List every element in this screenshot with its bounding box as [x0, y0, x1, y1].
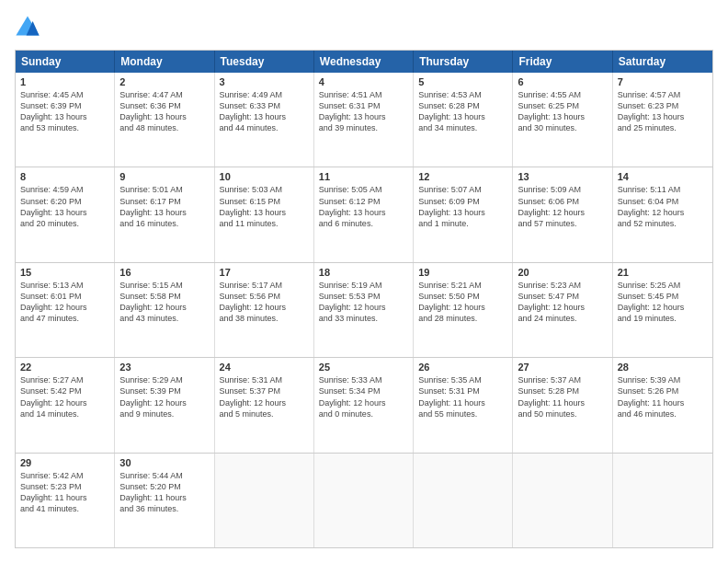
cal-cell: 18Sunrise: 5:19 AM Sunset: 5:53 PM Dayli…: [314, 263, 414, 357]
day-info: Sunrise: 5:35 AM Sunset: 5:31 PM Dayligh…: [418, 374, 507, 419]
header-day-sunday: Sunday: [16, 51, 115, 73]
day-info: Sunrise: 5:11 AM Sunset: 6:04 PM Dayligh…: [618, 184, 708, 229]
cal-cell: 25Sunrise: 5:33 AM Sunset: 5:34 PM Dayli…: [314, 358, 414, 452]
cal-week-2: 15Sunrise: 5:13 AM Sunset: 6:01 PM Dayli…: [16, 263, 712, 358]
cal-cell: 5Sunrise: 4:53 AM Sunset: 6:28 PM Daylig…: [414, 73, 513, 167]
cal-cell: 20Sunrise: 5:23 AM Sunset: 5:47 PM Dayli…: [513, 263, 612, 357]
day-number: 13: [518, 171, 607, 182]
cal-cell: 7Sunrise: 4:57 AM Sunset: 6:23 PM Daylig…: [613, 73, 712, 167]
cal-cell: [215, 454, 314, 547]
day-number: 28: [618, 362, 708, 373]
cal-week-0: 1Sunrise: 4:45 AM Sunset: 6:39 PM Daylig…: [16, 73, 712, 167]
header-day-tuesday: Tuesday: [215, 51, 314, 73]
day-info: Sunrise: 5:29 AM Sunset: 5:39 PM Dayligh…: [119, 374, 209, 419]
cal-cell: 8Sunrise: 4:59 AM Sunset: 6:20 PM Daylig…: [16, 167, 115, 261]
day-info: Sunrise: 5:44 AM Sunset: 5:20 PM Dayligh…: [119, 470, 209, 515]
cal-cell: 10Sunrise: 5:03 AM Sunset: 6:15 PM Dayli…: [215, 167, 314, 261]
day-number: 7: [618, 76, 708, 87]
day-info: Sunrise: 5:23 AM Sunset: 5:47 PM Dayligh…: [518, 280, 607, 325]
day-info: Sunrise: 5:39 AM Sunset: 5:26 PM Dayligh…: [618, 374, 708, 419]
cal-cell: 29Sunrise: 5:42 AM Sunset: 5:23 PM Dayli…: [16, 454, 115, 547]
day-info: Sunrise: 5:21 AM Sunset: 5:50 PM Dayligh…: [418, 280, 507, 325]
day-info: Sunrise: 5:17 AM Sunset: 5:56 PM Dayligh…: [220, 280, 309, 325]
day-number: 3: [220, 76, 309, 87]
header-day-wednesday: Wednesday: [314, 51, 414, 73]
day-number: 26: [418, 362, 507, 373]
day-number: 29: [20, 457, 109, 468]
day-number: 5: [418, 76, 507, 87]
cal-cell: 23Sunrise: 5:29 AM Sunset: 5:39 PM Dayli…: [115, 358, 214, 452]
cal-cell: 30Sunrise: 5:44 AM Sunset: 5:20 PM Dayli…: [115, 454, 214, 547]
day-info: Sunrise: 4:47 AM Sunset: 6:36 PM Dayligh…: [119, 89, 209, 134]
day-number: 20: [518, 267, 607, 278]
day-number: 1: [20, 76, 109, 87]
day-info: Sunrise: 5:19 AM Sunset: 5:53 PM Dayligh…: [319, 280, 408, 325]
cal-cell: 9Sunrise: 5:01 AM Sunset: 6:17 PM Daylig…: [115, 167, 214, 261]
cal-cell: 28Sunrise: 5:39 AM Sunset: 5:26 PM Dayli…: [613, 358, 712, 452]
day-info: Sunrise: 5:01 AM Sunset: 6:17 PM Dayligh…: [119, 184, 209, 229]
day-number: 23: [119, 362, 209, 373]
day-number: 16: [119, 267, 209, 278]
day-number: 9: [119, 171, 209, 182]
day-info: Sunrise: 5:31 AM Sunset: 5:37 PM Dayligh…: [220, 374, 309, 419]
calendar-header: SundayMondayTuesdayWednesdayThursdayFrid…: [16, 51, 712, 73]
day-info: Sunrise: 4:55 AM Sunset: 6:25 PM Dayligh…: [518, 89, 607, 134]
day-number: 24: [220, 362, 309, 373]
day-info: Sunrise: 5:15 AM Sunset: 5:58 PM Dayligh…: [119, 280, 209, 325]
cal-cell: 19Sunrise: 5:21 AM Sunset: 5:50 PM Dayli…: [414, 263, 513, 357]
day-info: Sunrise: 4:53 AM Sunset: 6:28 PM Dayligh…: [418, 89, 507, 134]
cal-cell: 12Sunrise: 5:07 AM Sunset: 6:09 PM Dayli…: [414, 167, 513, 261]
logo-icon: [15, 15, 40, 40]
page: SundayMondayTuesdayWednesdayThursdayFrid…: [0, 0, 728, 563]
cal-cell: 2Sunrise: 4:47 AM Sunset: 6:36 PM Daylig…: [115, 73, 214, 167]
day-number: 25: [319, 362, 408, 373]
day-info: Sunrise: 4:51 AM Sunset: 6:31 PM Dayligh…: [319, 89, 408, 134]
day-number: 11: [319, 171, 408, 182]
cal-cell: 17Sunrise: 5:17 AM Sunset: 5:56 PM Dayli…: [215, 263, 314, 357]
day-info: Sunrise: 4:45 AM Sunset: 6:39 PM Dayligh…: [20, 89, 109, 134]
day-number: 15: [20, 267, 109, 278]
header-day-thursday: Thursday: [414, 51, 513, 73]
cal-cell: 14Sunrise: 5:11 AM Sunset: 6:04 PM Dayli…: [613, 167, 712, 261]
cal-cell: 1Sunrise: 4:45 AM Sunset: 6:39 PM Daylig…: [16, 73, 115, 167]
header-day-monday: Monday: [115, 51, 214, 73]
day-info: Sunrise: 4:49 AM Sunset: 6:33 PM Dayligh…: [220, 89, 309, 134]
day-info: Sunrise: 4:57 AM Sunset: 6:23 PM Dayligh…: [618, 89, 708, 134]
day-number: 18: [319, 267, 408, 278]
cal-cell: 22Sunrise: 5:27 AM Sunset: 5:42 PM Dayli…: [16, 358, 115, 452]
day-info: Sunrise: 5:09 AM Sunset: 6:06 PM Dayligh…: [518, 184, 607, 229]
day-info: Sunrise: 5:37 AM Sunset: 5:28 PM Dayligh…: [518, 374, 607, 419]
cal-cell: 11Sunrise: 5:05 AM Sunset: 6:12 PM Dayli…: [314, 167, 414, 261]
day-info: Sunrise: 5:27 AM Sunset: 5:42 PM Dayligh…: [20, 374, 109, 419]
day-number: 8: [20, 171, 109, 182]
cal-week-4: 29Sunrise: 5:42 AM Sunset: 5:23 PM Dayli…: [16, 454, 712, 547]
cal-cell: 16Sunrise: 5:15 AM Sunset: 5:58 PM Dayli…: [115, 263, 214, 357]
calendar-body: 1Sunrise: 4:45 AM Sunset: 6:39 PM Daylig…: [16, 73, 712, 547]
day-number: 27: [518, 362, 607, 373]
cal-cell: [513, 454, 612, 547]
cal-cell: [414, 454, 513, 547]
cal-cell: 13Sunrise: 5:09 AM Sunset: 6:06 PM Dayli…: [513, 167, 612, 261]
cal-cell: 21Sunrise: 5:25 AM Sunset: 5:45 PM Dayli…: [613, 263, 712, 357]
cal-cell: 6Sunrise: 4:55 AM Sunset: 6:25 PM Daylig…: [513, 73, 612, 167]
cal-cell: 24Sunrise: 5:31 AM Sunset: 5:37 PM Dayli…: [215, 358, 314, 452]
header: [15, 15, 713, 40]
day-number: 4: [319, 76, 408, 87]
cal-week-1: 8Sunrise: 4:59 AM Sunset: 6:20 PM Daylig…: [16, 167, 712, 262]
day-number: 14: [618, 171, 708, 182]
cal-cell: [613, 454, 712, 547]
day-info: Sunrise: 5:13 AM Sunset: 6:01 PM Dayligh…: [20, 280, 109, 325]
day-info: Sunrise: 5:05 AM Sunset: 6:12 PM Dayligh…: [319, 184, 408, 229]
day-number: 10: [220, 171, 309, 182]
cal-cell: 15Sunrise: 5:13 AM Sunset: 6:01 PM Dayli…: [16, 263, 115, 357]
day-number: 2: [119, 76, 209, 87]
day-info: Sunrise: 5:25 AM Sunset: 5:45 PM Dayligh…: [618, 280, 708, 325]
day-info: Sunrise: 4:59 AM Sunset: 6:20 PM Dayligh…: [20, 184, 109, 229]
day-info: Sunrise: 5:42 AM Sunset: 5:23 PM Dayligh…: [20, 470, 109, 515]
header-day-friday: Friday: [513, 51, 612, 73]
cal-cell: 26Sunrise: 5:35 AM Sunset: 5:31 PM Dayli…: [414, 358, 513, 452]
cal-cell: 27Sunrise: 5:37 AM Sunset: 5:28 PM Dayli…: [513, 358, 612, 452]
calendar: SundayMondayTuesdayWednesdayThursdayFrid…: [15, 50, 713, 548]
day-number: 12: [418, 171, 507, 182]
day-info: Sunrise: 5:33 AM Sunset: 5:34 PM Dayligh…: [319, 374, 408, 419]
